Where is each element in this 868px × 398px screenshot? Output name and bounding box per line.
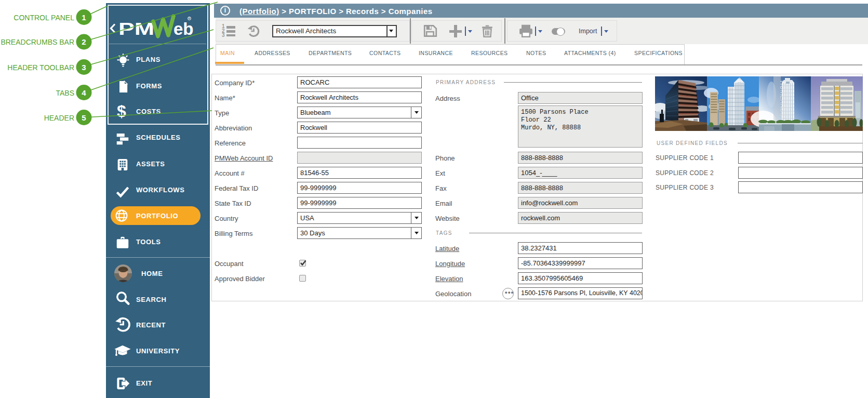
- svg-text:1: 1: [82, 13, 86, 22]
- svg-text:3: 3: [82, 63, 86, 72]
- svg-text:2: 2: [82, 37, 86, 46]
- svg-text:4: 4: [82, 88, 86, 97]
- svg-text:5: 5: [82, 113, 86, 122]
